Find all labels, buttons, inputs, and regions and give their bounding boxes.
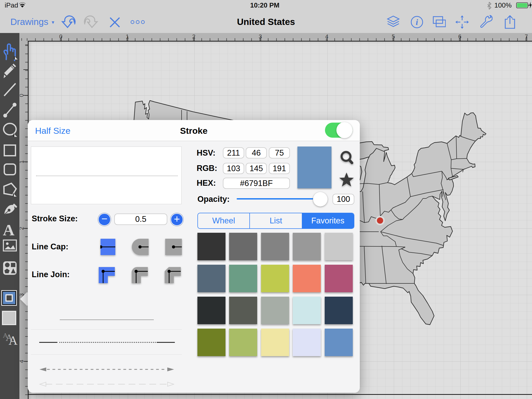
svg-text:i: i bbox=[416, 17, 418, 27]
